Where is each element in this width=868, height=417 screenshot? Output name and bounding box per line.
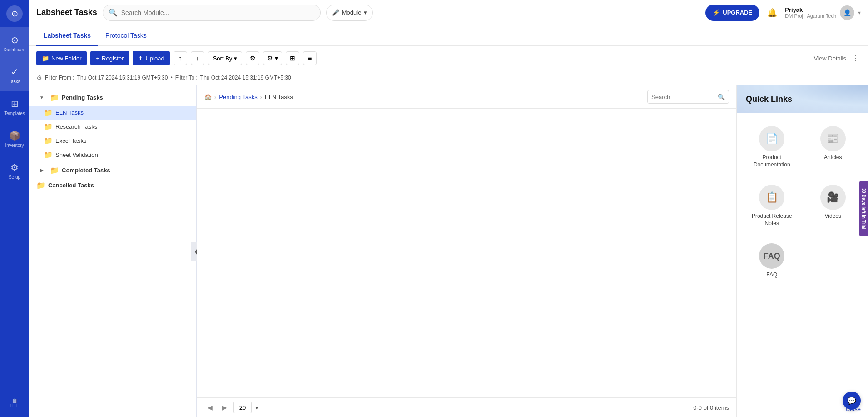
tree-item-eln-tasks[interactable]: 📁 ELN Tasks <box>29 106 197 120</box>
grid-view-button[interactable]: ⊞ <box>286 51 299 65</box>
down-arrow-button[interactable]: ↓ <box>191 51 204 65</box>
page-title: Labsheet Tasks <box>36 8 97 17</box>
user-name: Priyak <box>785 6 836 13</box>
tab-labsheet-label: Labsheet Tasks <box>44 32 91 39</box>
next-page-button[interactable]: ▶ <box>219 402 230 413</box>
tab-labsheet-tasks[interactable]: Labsheet Tasks <box>36 25 98 46</box>
release-notes-icon: 📋 <box>759 185 784 210</box>
register-icon: + <box>96 55 99 62</box>
collapse-panel-button[interactable]: ❮ <box>191 242 197 261</box>
avatar[interactable]: 👤 <box>840 5 854 20</box>
sidebar-item-tasks[interactable]: ✓ Tasks <box>0 59 29 91</box>
register-label: Register <box>102 55 124 62</box>
search-module-input[interactable] <box>121 9 315 16</box>
ql-item-product-doc[interactable]: 📄 Product Documentation <box>744 121 800 174</box>
sidebar-item-setup[interactable]: ⚙ Setup <box>0 155 29 186</box>
tree-item-label: Sheet Validation <box>55 151 98 158</box>
tree-item-sheet-validation[interactable]: 📁 Sheet Validation <box>29 148 197 162</box>
folder-icon: 📁 <box>50 166 59 175</box>
tree-item-completed-tasks[interactable]: ▶ 📁 Completed Tasks <box>29 162 197 178</box>
upgrade-label: UPGRADE <box>723 9 752 16</box>
tree-item-research-tasks[interactable]: 📁 Research Tasks <box>29 120 197 134</box>
folder-icon: 📁 <box>44 108 53 117</box>
breadcrumb: 🏠 › Pending Tasks › ELN Tasks 🔍 <box>197 85 736 109</box>
tree-item-cancelled-tasks[interactable]: 📁 Cancelled Tasks <box>29 178 197 192</box>
folder-icon: 📁 <box>44 151 53 159</box>
chevron-down-icon[interactable]: ▾ <box>255 404 258 411</box>
setup-icon: ⚙ <box>10 162 19 173</box>
inventory-icon: 📦 <box>9 130 20 141</box>
tree-item-label: ELN Tasks <box>55 109 84 116</box>
filter-separator: • <box>170 75 172 81</box>
view-details-button[interactable]: View Details <box>814 55 846 62</box>
expand-icon[interactable]: ▼ <box>36 92 47 103</box>
ql-item-articles[interactable]: 📰 Articles <box>805 121 861 174</box>
tree-item-label: Research Tasks <box>55 123 97 130</box>
product-doc-label: Product Documentation <box>748 154 796 168</box>
search-icon: 🔍 <box>718 94 725 100</box>
upgrade-icon: ⚡ <box>713 9 720 16</box>
filter-to-label: Filter To : <box>175 75 198 81</box>
tree-item-pending-tasks[interactable]: ▼ 📁 Pending Tasks <box>29 89 197 106</box>
module-icon: 🎤 <box>332 9 339 16</box>
register-button[interactable]: + Register <box>90 51 129 65</box>
toolbar: 📁 New Folder + Register ⬆ Upload ↑ ↓ Sor… <box>29 46 868 70</box>
tree-item-excel-tasks[interactable]: 📁 Excel Tasks <box>29 134 197 148</box>
ql-item-videos[interactable]: 🎥 Videos <box>805 179 861 232</box>
upload-button[interactable]: ⬆ Upload <box>133 51 169 65</box>
user-info[interactable]: Priyak DM Proj | Agaram Tech 👤 ▾ <box>785 5 861 20</box>
content-panel: 🏠 › Pending Tasks › ELN Tasks 🔍 ◀ ▶ <box>197 85 736 417</box>
templates-icon: ⊞ <box>11 98 19 109</box>
filter-from-date: Thu Oct 17 2024 15:31:19 GMT+5:30 <box>77 75 168 81</box>
folder-icon: 📁 <box>44 136 53 145</box>
trial-badge[interactable]: 30 Days left in Trial <box>859 181 868 236</box>
dashboard-icon: ⊙ <box>11 35 19 45</box>
search-module-bar[interactable]: 🔍 <box>103 5 321 21</box>
sort-label: Sort By <box>213 55 233 62</box>
sort-by-button[interactable]: Sort By ▾ <box>208 51 243 65</box>
chevron-down-icon: ▾ <box>234 55 237 62</box>
view-details-label: View Details <box>814 55 846 62</box>
tree-item-label: Excel Tasks <box>55 137 86 144</box>
list-view-button[interactable]: ≡ <box>303 51 317 65</box>
module-label: Module <box>342 9 362 16</box>
new-folder-button[interactable]: 📁 New Folder <box>36 51 87 65</box>
filter-from-label: Filter From : <box>45 75 74 81</box>
tab-protocol-tasks[interactable]: Protocol Tasks <box>98 25 154 46</box>
sidebar-bottom[interactable]: 📋 LITE <box>0 390 29 417</box>
quick-links-panel: Quick Links 📄 Product Documentation 📰 Ar… <box>736 85 868 417</box>
filter-dropdown-button[interactable]: ⚙ ▾ <box>263 51 282 65</box>
sidebar-item-dashboard[interactable]: ⊙ Dashboard <box>0 27 29 59</box>
expand-icon[interactable]: ▶ <box>36 165 47 176</box>
pagination-info: 0-0 of 0 items <box>693 404 729 411</box>
sidebar-logo[interactable]: ⊙ <box>0 0 29 27</box>
filter-options-button[interactable]: ⚙ <box>246 51 259 65</box>
tab-protocol-label: Protocol Tasks <box>105 32 147 39</box>
sidebar-item-inventory[interactable]: 📦 Inventory <box>0 123 29 155</box>
breadcrumb-pending-tasks[interactable]: Pending Tasks <box>219 94 257 100</box>
content-search[interactable]: 🔍 <box>647 90 729 104</box>
upload-label: Upload <box>145 55 164 62</box>
quick-links-body: 📄 Product Documentation 📰 Articles 📋 Pro… <box>737 113 868 401</box>
home-icon[interactable]: 🏠 <box>204 94 212 100</box>
breadcrumb-eln-tasks: ELN Tasks <box>265 94 293 100</box>
upgrade-button[interactable]: ⚡ UPGRADE <box>705 5 759 21</box>
tasks-icon: ✓ <box>11 66 19 77</box>
ql-item-faq[interactable]: FAQ FAQ <box>744 238 800 284</box>
page-size-input[interactable] <box>233 402 252 413</box>
folder-icon: 📁 <box>36 181 45 190</box>
module-selector[interactable]: 🎤 Module ▾ <box>326 5 373 21</box>
more-options-button[interactable]: ⋮ <box>850 53 861 64</box>
folder-icon: 📁 <box>44 122 53 131</box>
ql-item-release-notes[interactable]: 📋 Product Release Notes <box>744 179 800 232</box>
notification-bell[interactable]: 🔔 <box>765 5 779 20</box>
empty-content-area <box>197 109 736 397</box>
lite-label: LITE <box>10 403 19 408</box>
up-arrow-button[interactable]: ↑ <box>174 51 187 65</box>
sidebar-item-templates[interactable]: ⊞ Templates <box>0 91 29 123</box>
tree-item-label: Pending Tasks <box>62 94 103 101</box>
help-button[interactable]: 💬 <box>843 392 861 410</box>
content-search-input[interactable] <box>651 94 715 100</box>
filter-to-date: Thu Oct 24 2024 15:31:19 GMT+5:30 <box>200 75 291 81</box>
prev-page-button[interactable]: ◀ <box>204 402 215 413</box>
